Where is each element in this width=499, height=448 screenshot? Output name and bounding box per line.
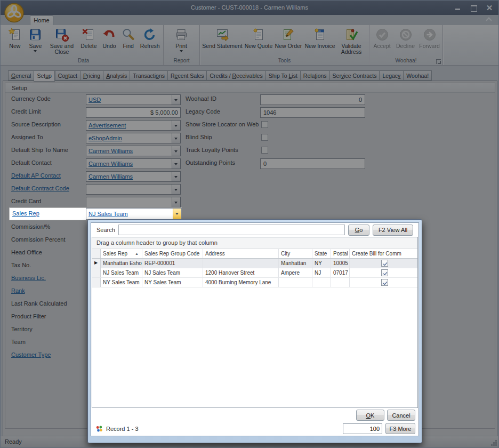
search-input[interactable] xyxy=(118,225,345,235)
view-all-button[interactable]: F2 View All xyxy=(373,225,413,236)
column-header-group-code[interactable]: Sales Rep Group Code xyxy=(142,249,203,258)
sales-rep-combo[interactable]: NJ Sales Team xyxy=(86,208,182,220)
column-header-sales-rep[interactable]: Sales Rep▲ xyxy=(101,249,142,258)
current-row-indicator: ▶ xyxy=(92,259,101,268)
go-button[interactable]: Go xyxy=(348,225,369,236)
search-label: Search xyxy=(96,227,115,233)
column-header-state[interactable]: State xyxy=(312,249,331,258)
record-status-text: Record 1 - 3 xyxy=(106,426,340,432)
cancel-button[interactable]: Cancel xyxy=(387,410,415,421)
grid-header-row: Sales Rep▲ Sales Rep Group Code Address … xyxy=(92,249,417,259)
create-bill-checkbox[interactable] xyxy=(381,269,388,276)
row-indicator-header xyxy=(92,249,101,258)
more-button[interactable]: F3 More xyxy=(385,423,415,434)
record-status-row: Record 1 - 3 F3 More xyxy=(91,422,418,436)
record-status-icon xyxy=(95,425,103,433)
column-header-create-bill[interactable]: Create Bill for Comm xyxy=(350,249,417,258)
page-size-input[interactable] xyxy=(343,423,382,434)
sales-rep-active-row: Sales Rep NJ Sales Team xyxy=(9,207,182,220)
create-bill-checkbox[interactable] xyxy=(381,260,388,267)
dialog-buttons-row: OK Cancel xyxy=(91,408,418,422)
dropdown-icon[interactable] xyxy=(173,209,181,219)
grid-row[interactable]: NJ Sales Team NJ Sales Team 1200 Hanover… xyxy=(92,268,417,278)
search-row: Search Go F2 View All xyxy=(91,223,418,237)
app-window: Customer - CUST-000018 - Carmen Williams… xyxy=(0,0,499,448)
column-header-city[interactable]: City xyxy=(279,249,312,258)
ok-button[interactable]: OK xyxy=(356,410,384,421)
grid-row[interactable]: NY Sales Team NY Sales Team 4000 Burning… xyxy=(92,278,417,287)
group-by-hint: Drag a column header to group by that co… xyxy=(92,237,417,249)
current-row-arrow-icon: ▶ xyxy=(94,260,98,265)
column-header-address[interactable]: Address xyxy=(203,249,279,258)
results-grid: Drag a column header to group by that co… xyxy=(92,237,418,408)
sort-ascending-icon: ▲ xyxy=(135,252,139,255)
create-bill-checkbox[interactable] xyxy=(381,279,388,286)
sales-rep-lookup-dialog: Search Go F2 View All Drag a column head… xyxy=(87,219,422,443)
column-header-postal[interactable]: Postal xyxy=(331,249,350,258)
grid-row[interactable]: ▶ Manhattan Eshop REP-000001 Manhattan N… xyxy=(92,259,417,268)
field-label-sales-rep[interactable]: Sales Rep xyxy=(12,210,39,217)
